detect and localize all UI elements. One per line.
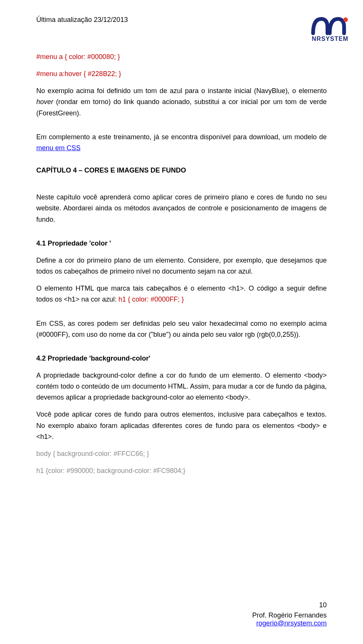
section-heading: 4.1 Propriedade 'color ' [36,238,327,249]
paragraph: Você pode aplicar cores de fundo para ou… [36,409,327,442]
author-name: Prof. Rogério Fernandes [252,611,327,619]
text-run: Em complemento a este treinamento, já se… [36,133,327,141]
page-footer: 10 Prof. Rogério Fernandes rogerio@nrsys… [252,601,327,627]
css-code-inline: h1 { color: #0000FF; } [118,296,184,303]
page-number: 10 [252,601,327,609]
paragraph: Em CSS, as cores podem ser definidas pel… [36,318,327,340]
text-run: (rondar em torno) do link quando acionad… [36,98,327,117]
document-body: #menu a { color: #000080; } #menu a:hove… [36,51,327,476]
menu-css-link[interactable]: menu em CSS [36,144,81,152]
css-code-line: #menu a { color: #000080; } [36,51,327,62]
logo-icon [311,14,349,36]
text-run: No exemplo acima foi definido um tom de … [36,87,327,95]
paragraph: Neste capítulo você aprenderá como aplic… [36,192,327,225]
text-run-italic: hover [36,98,53,106]
paragraph: A propriedade background-color define a … [36,370,327,403]
author-email-link[interactable]: rogerio@nrsystem.com [256,619,327,627]
svg-point-0 [343,17,348,22]
section-heading: 4.2 Propriedade 'background-color' [36,353,327,364]
paragraph: Define a cor do primeiro plano de um ele… [36,255,327,277]
nrsystem-logo: NRSYSTEM [311,14,349,42]
css-code-line: #menu a:hover { #228B22; } [36,68,327,79]
css-code-line: body { background-color: #FFCC66; } [36,448,327,459]
paragraph: Em complemento a este treinamento, já se… [36,132,327,154]
page-header: Última atualização 23/12/2013 NRSYSTEM [36,14,327,51]
css-code-line: h1 {color: #990000; background-color: #F… [36,465,327,476]
logo-text: NRSYSTEM [312,36,349,42]
chapter-heading: CAPÍTULO 4 – CORES E IMAGENS DE FUNDO [36,165,327,176]
paragraph: O elemento HTML que marca tais cabeçalho… [36,283,327,305]
last-updated: Última atualização 23/12/2013 [36,14,128,24]
paragraph: No exemplo acima foi definido um tom de … [36,86,327,118]
